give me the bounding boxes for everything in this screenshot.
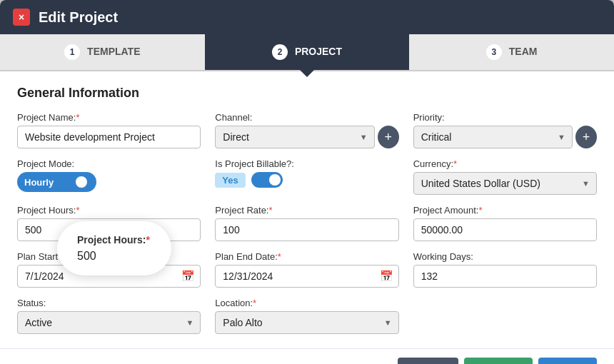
tabs-bar: 1 TEMPLATE 2 PROJECT 3 TEAM xyxy=(0,34,614,71)
channel-input-row: Direct Indirect Online + xyxy=(215,126,398,148)
project-name-label: Project Name:* xyxy=(17,112,201,123)
location-select[interactable]: Palo Alto New York Chicago xyxy=(215,311,398,334)
close-button[interactable]: × xyxy=(13,9,30,26)
tab-template-label: TEMPLATE xyxy=(87,46,140,57)
modal-body: General Information Project Name:* Chann… xyxy=(0,71,614,348)
channel-group: Channel: Direct Indirect Online + xyxy=(215,112,398,148)
edit-project-modal: × Edit Project 1 TEMPLATE 2 PROJECT 3 TE… xyxy=(0,0,614,364)
tab-project-num: 2 xyxy=(272,44,288,60)
priority-input-row: Critical High Medium Low + xyxy=(413,126,597,148)
priority-select[interactable]: Critical High Medium Low xyxy=(413,126,573,148)
status-select-wrapper: Active Inactive On Hold xyxy=(17,311,201,334)
project-rate-input[interactable] xyxy=(215,218,398,241)
tab-team-label: TEAM xyxy=(509,46,538,57)
status-label: Status: xyxy=(17,298,201,308)
modal-header: × Edit Project xyxy=(0,0,614,34)
status-select[interactable]: Active Inactive On Hold xyxy=(17,311,201,334)
tab-template[interactable]: 1 TEMPLATE xyxy=(0,34,205,70)
project-mode-toggle[interactable] xyxy=(58,174,89,190)
project-mode-label: Project Mode: xyxy=(17,158,201,169)
channel-label: Channel: xyxy=(215,112,398,123)
project-amount-input[interactable] xyxy=(413,218,597,241)
priority-add-button[interactable]: + xyxy=(575,126,597,148)
working-days-label: Working Days: xyxy=(413,251,597,262)
tab-project-label: PROJECT xyxy=(295,46,342,57)
project-amount-group: Project Amount:* xyxy=(413,205,597,241)
status-group: Status: Active Inactive On Hold xyxy=(17,298,201,334)
channel-add-button[interactable]: + xyxy=(378,126,399,148)
save-button[interactable]: 💾 Save xyxy=(464,358,533,364)
plan-end-date-label: Plan End Date:* xyxy=(215,251,398,262)
tab-template-num: 1 xyxy=(64,44,80,60)
hourly-badge: Hourly xyxy=(17,172,96,192)
tab-team-num: 3 xyxy=(486,44,502,60)
tab-active-arrow xyxy=(300,70,314,77)
project-mode-group: Project Mode: Hourly xyxy=(17,158,201,195)
currency-select[interactable]: United States Dollar (USD) Euro (EUR) xyxy=(413,172,597,195)
plan-end-date-wrapper: 📅 xyxy=(215,265,398,288)
billable-label: Is Project Billable?: xyxy=(215,158,398,169)
tab-project[interactable]: 2 PROJECT xyxy=(205,34,410,70)
project-rate-group: Project Rate:* xyxy=(215,205,398,241)
project-name-group: Project Name:* xyxy=(17,112,201,148)
project-name-input[interactable] xyxy=(17,126,201,148)
plan-end-date-input[interactable] xyxy=(215,265,398,288)
currency-group: Currency:* United States Dollar (USD) Eu… xyxy=(413,158,597,195)
priority-group: Priority: Critical High Medium Low + xyxy=(413,112,597,148)
plan-end-calendar-icon[interactable]: 📅 xyxy=(380,270,393,283)
footer-buttons: « Back 💾 Save Next » xyxy=(398,358,597,364)
location-group: Location:* Palo Alto New York Chicago xyxy=(215,298,398,334)
currency-select-wrapper: United States Dollar (USD) Euro (EUR) xyxy=(413,172,597,195)
plan-start-calendar-icon[interactable]: 📅 xyxy=(181,270,195,283)
working-days-group: Working Days: xyxy=(413,251,597,288)
modal-title: Edit Project xyxy=(39,9,118,26)
next-button[interactable]: Next » xyxy=(538,358,597,364)
project-hours-tooltip: Project Hours:* 500 xyxy=(57,221,171,275)
project-amount-label: Project Amount:* xyxy=(413,205,597,216)
billable-toggle[interactable] xyxy=(251,172,283,188)
billable-toggle-row: Yes xyxy=(215,172,398,188)
tooltip-label: Project Hours:* xyxy=(77,234,151,246)
section-title: General Information xyxy=(17,86,597,101)
working-days-input[interactable] xyxy=(413,265,597,288)
priority-label: Priority: xyxy=(413,112,597,123)
plan-end-date-group: Plan End Date:* 📅 xyxy=(215,251,398,288)
billable-yes-badge: Yes xyxy=(215,173,245,188)
billable-group: Is Project Billable?: Yes xyxy=(215,158,398,195)
back-button[interactable]: « Back xyxy=(398,358,458,364)
project-hours-label: Project Hours:* xyxy=(17,205,201,216)
channel-select[interactable]: Direct Indirect Online xyxy=(215,126,374,148)
project-rate-label: Project Rate:* xyxy=(215,205,398,216)
location-select-wrapper: Palo Alto New York Chicago xyxy=(215,311,398,334)
modal-footer: Fields marked with an asterisk (*) are m… xyxy=(0,348,614,364)
location-label: Location:* xyxy=(215,298,398,308)
currency-label: Currency:* xyxy=(413,158,597,169)
tooltip-value: 500 xyxy=(77,250,151,263)
tab-team[interactable]: 3 TEAM xyxy=(409,34,614,70)
project-mode-toggle-row: Hourly xyxy=(17,172,201,192)
